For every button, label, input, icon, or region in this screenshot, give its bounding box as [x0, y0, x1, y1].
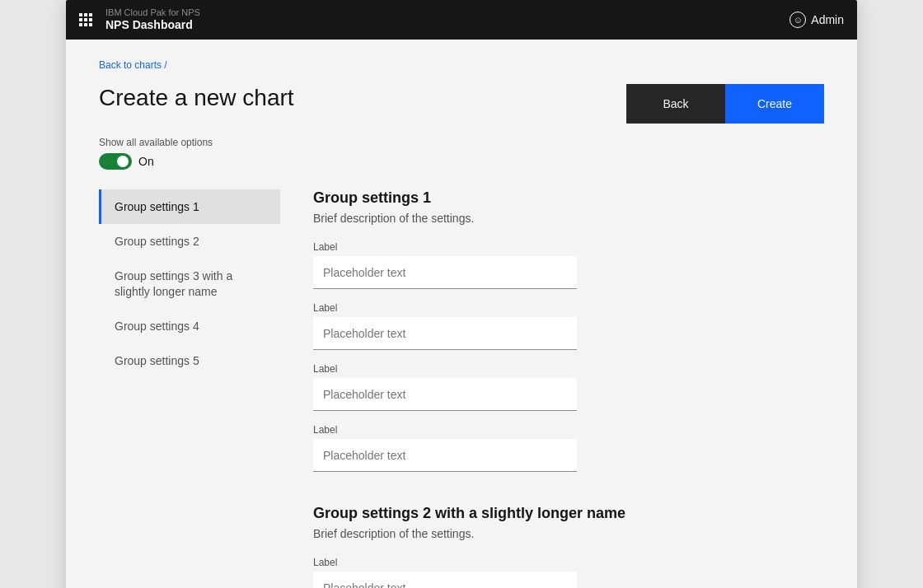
brand: IBM Cloud Pak for NPS NPS Dashboard [105, 7, 200, 32]
toggle-switch[interactable] [99, 153, 132, 170]
field-group-1-3: Label [313, 363, 791, 411]
field-group-1-2: Label [313, 302, 791, 350]
page-title: Create a new chart [99, 84, 294, 112]
grid-menu-icon[interactable] [79, 13, 92, 26]
sidebar-item-group-settings-4[interactable]: Group settings 4 [99, 309, 280, 343]
field-group-1-1: Label [313, 241, 791, 289]
action-buttons: Back Create [626, 84, 824, 124]
top-nav: IBM Cloud Pak for NPS NPS Dashboard ☺ Ad… [66, 0, 857, 40]
create-button[interactable]: Create [725, 84, 824, 124]
breadcrumb[interactable]: Back to charts / [99, 59, 824, 71]
field-input-2-1[interactable] [313, 572, 577, 588]
form-area: Group settings 1 Brief description of th… [280, 189, 824, 588]
sidebar-nav: Group settings 1 Group settings 2 Group … [99, 189, 280, 588]
section-2-title: Group settings 2 with a slightly longer … [313, 505, 791, 522]
form-section-2: Group settings 2 with a slightly longer … [313, 498, 791, 588]
toggle-section: Show all available options On [99, 137, 824, 170]
form-section-1: Group settings 1 Brief description of th… [313, 189, 791, 472]
field-label-1-1: Label [313, 241, 791, 253]
toggle-state-label: On [138, 155, 154, 168]
field-input-1-3[interactable] [313, 378, 577, 411]
body-layout: Group settings 1 Group settings 2 Group … [99, 189, 824, 588]
section-1-description: Brief description of the settings. [313, 212, 791, 225]
section-2-description: Brief description of the settings. [313, 527, 791, 540]
field-group-1-4: Label [313, 424, 791, 472]
field-group-2-1: Label [313, 557, 791, 588]
field-label-1-3: Label [313, 363, 791, 375]
main-content: Back to charts / Create a new chart Back… [66, 40, 857, 588]
app-title: NPS Dashboard [105, 18, 200, 32]
section-1-title: Group settings 1 [313, 189, 791, 207]
field-input-1-2[interactable] [313, 317, 577, 350]
sidebar-item-group-settings-1[interactable]: Group settings 1 [99, 189, 280, 224]
toggle-label: Show all available options [99, 137, 824, 148]
sidebar-item-group-settings-5[interactable]: Group settings 5 [99, 343, 280, 378]
sidebar-item-group-settings-3[interactable]: Group settings 3 with a slightly longer … [99, 259, 280, 308]
field-input-1-4[interactable] [313, 439, 577, 472]
user-name-label: Admin [811, 13, 844, 26]
field-label-1-2: Label [313, 302, 791, 314]
user-menu[interactable]: ☺ Admin [789, 12, 844, 28]
toggle-knob [117, 156, 129, 167]
app-subtitle: IBM Cloud Pak for NPS [105, 7, 200, 18]
back-button[interactable]: Back [626, 84, 725, 124]
toggle-container: On [99, 153, 824, 170]
field-label-2-1: Label [313, 557, 791, 568]
sidebar-item-group-settings-2[interactable]: Group settings 2 [99, 224, 280, 259]
page-header-row: Create a new chart Back Create [99, 84, 824, 124]
field-input-1-1[interactable] [313, 256, 577, 289]
user-avatar-icon: ☺ [789, 12, 806, 28]
field-label-1-4: Label [313, 424, 791, 436]
app-window: IBM Cloud Pak for NPS NPS Dashboard ☺ Ad… [66, 0, 857, 588]
